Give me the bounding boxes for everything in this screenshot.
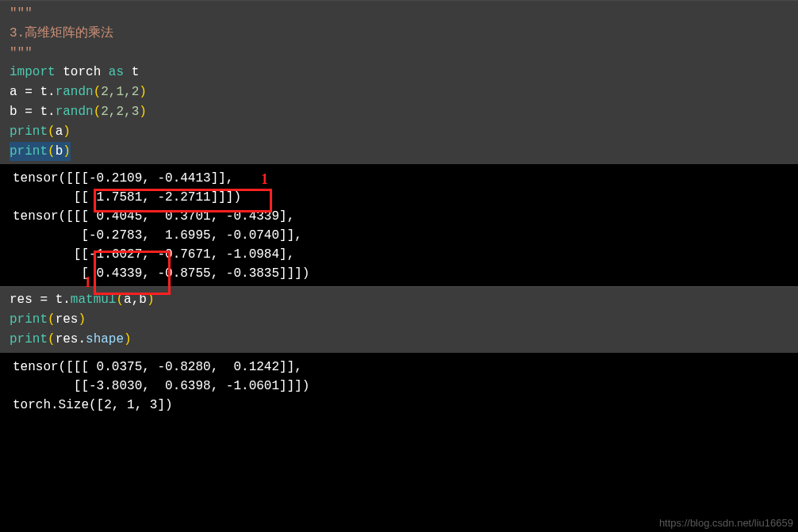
code-line: 3.高维矩阵的乘法 [10, 24, 798, 44]
output-line: tensor([[[ 0.0375, -0.8280, 0.1242]], [13, 358, 798, 377]
var-res: res [10, 293, 33, 307]
fn-print: print [10, 124, 48, 139]
code-line: b = t.randn(2,2,3) [10, 102, 798, 122]
fn-randn: randn [56, 105, 94, 119]
docstring-close: """ [10, 46, 33, 60]
annotation-highlight-1 [94, 189, 272, 212]
code-cell-2[interactable]: res = t.matmul(a,b) print(res) print(res… [0, 286, 798, 352]
code-line: print(b) [10, 142, 798, 162]
output-line: torch.Size([2, 1, 3]) [13, 396, 798, 415]
code-cell-1[interactable]: """ 3.高维矩阵的乘法 """ import torch as t a = … [0, 0, 798, 164]
output-line: tensor([[[-0.2109, -0.4413]], [13, 169, 798, 188]
annotation-highlight-2 [94, 251, 171, 295]
import-keyword: import [10, 65, 56, 79]
annotation-label-1: 1 [261, 171, 268, 188]
fn-print: print [10, 312, 48, 327]
alias: t [132, 65, 140, 79]
code-line: """ [10, 44, 798, 63]
code-line: print(res) [10, 310, 798, 330]
as-keyword: as [109, 65, 124, 79]
fn-print: print [10, 144, 48, 159]
code-line: """ [10, 4, 798, 24]
code-line: print(res.shape) [10, 330, 798, 350]
docstring-open: """ [10, 6, 33, 21]
watermark: https://blog.csdn.net/liu16659 [659, 517, 793, 529]
output-line: [-0.2783, 1.6995, -0.0740]], [13, 226, 798, 245]
fn-randn: randn [56, 85, 94, 99]
attr-shape: shape [86, 332, 124, 346]
code-line: print(a) [10, 122, 798, 142]
output-cell-2: tensor([[[ 0.0375, -0.8280, 0.1242]], [[… [0, 354, 798, 418]
var-b: b [10, 105, 17, 119]
comment-text: 3.高维矩阵的乘法 [10, 26, 113, 40]
var-a: a [10, 85, 17, 99]
fn-matmul: matmul [71, 293, 117, 307]
code-line: import torch as t [10, 63, 798, 82]
output-line: [[-3.8030, 0.6398, -1.0601]]]) [13, 377, 798, 396]
fn-print: print [10, 332, 48, 346]
code-line: a = t.randn(2,1,2) [10, 82, 798, 102]
annotation-label-2: 1 [84, 274, 91, 291]
module-name: torch [63, 65, 101, 79]
